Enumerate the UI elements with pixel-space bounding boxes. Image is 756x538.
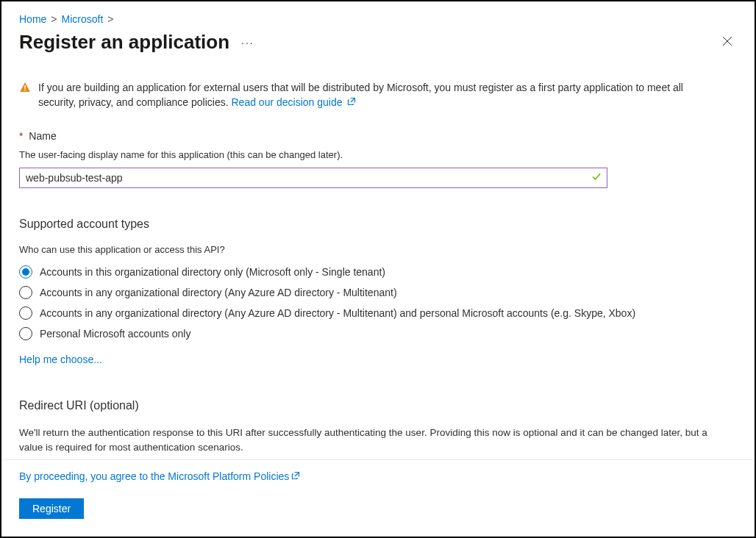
page-title: Register an application <box>19 31 229 54</box>
name-input[interactable] <box>19 168 607 188</box>
redirect-uri-heading: Redirect URI (optional) <box>19 399 718 412</box>
account-types-radio-group: Accounts in this organizational director… <box>19 265 737 340</box>
external-link-icon <box>291 470 300 482</box>
close-button[interactable] <box>718 32 737 53</box>
close-icon <box>722 36 732 46</box>
breadcrumb-sep: > <box>107 13 113 25</box>
radio-label: Personal Microsoft accounts only <box>40 328 190 340</box>
radio-multi-tenant-personal[interactable]: Accounts in any organizational directory… <box>19 306 737 320</box>
footer: By proceeding, you agree to the Microsof… <box>3 459 753 535</box>
platform-policies-link[interactable]: By proceeding, you agree to the Microsof… <box>19 470 300 482</box>
help-me-choose-link[interactable]: Help me choose... <box>19 354 102 365</box>
breadcrumb: Home > Microsoft > <box>19 13 737 25</box>
warning-icon <box>19 82 31 110</box>
name-help-text: The user-facing display name for this ap… <box>19 149 737 160</box>
radio-personal-only[interactable]: Personal Microsoft accounts only <box>19 327 737 340</box>
register-button[interactable]: Register <box>19 498 84 519</box>
radio-icon <box>19 286 32 299</box>
decision-guide-link[interactable]: Read our decision guide <box>231 95 356 110</box>
breadcrumb-sep: > <box>51 13 57 25</box>
svg-rect-3 <box>24 90 25 91</box>
radio-icon <box>19 265 32 279</box>
account-types-subtext: Who can use this application or access t… <box>19 244 737 255</box>
info-banner: If you are building an application for e… <box>19 80 696 110</box>
svg-rect-2 <box>24 85 25 89</box>
external-link-icon <box>347 96 356 108</box>
radio-multi-tenant[interactable]: Accounts in any organizational directory… <box>19 286 737 299</box>
radio-label: Accounts in any organizational directory… <box>40 287 397 298</box>
breadcrumb-home[interactable]: Home <box>19 13 46 25</box>
banner-text: If you are building an application for e… <box>38 82 683 108</box>
radio-icon <box>19 306 32 320</box>
breadcrumb-org[interactable]: Microsoft <box>62 13 104 25</box>
account-types-heading: Supported account types <box>19 218 737 231</box>
name-label: * Name <box>19 130 737 142</box>
more-actions-button[interactable]: ··· <box>238 34 257 51</box>
checkmark-icon <box>591 172 602 184</box>
radio-label: Accounts in any organizational directory… <box>40 307 635 319</box>
required-star-icon: * <box>19 130 23 142</box>
radio-icon <box>19 327 32 340</box>
radio-single-tenant[interactable]: Accounts in this organizational director… <box>19 265 737 279</box>
radio-label: Accounts in this organizational director… <box>40 266 385 278</box>
redirect-uri-desc: We'll return the authentication response… <box>19 426 718 455</box>
